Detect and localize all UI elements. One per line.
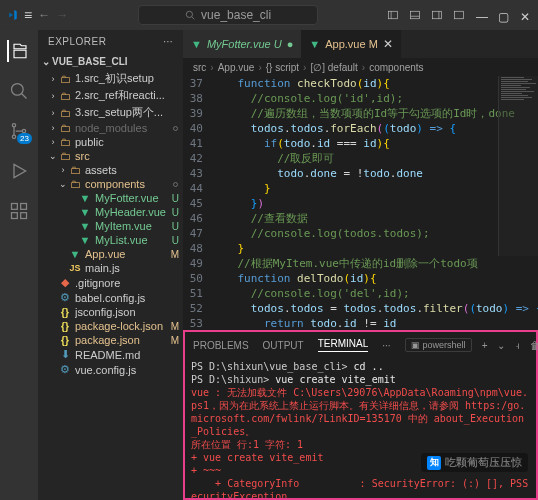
tree-item[interactable]: ›🗀3.src_setup两个...	[38, 104, 183, 121]
zhihu-icon: 知	[427, 456, 441, 470]
tree-item[interactable]: ▼App.vueM	[38, 247, 183, 261]
tree-item[interactable]: ⚙vue.config.js	[38, 362, 183, 377]
line-gutter: 37 38 39 40 41 42 43 44 45 46 47 48 49 5…	[183, 76, 211, 330]
activity-scm[interactable]: 23	[8, 120, 30, 142]
scm-badge: 23	[17, 133, 32, 144]
explorer-title: EXPLORER	[48, 36, 106, 47]
minimap[interactable]	[498, 76, 538, 256]
search-icon	[185, 10, 195, 20]
editor-area: ▼MyFotter.vue U●▼App.vue M✕ src › App.vu…	[183, 30, 538, 500]
tree-item[interactable]: ◆.gitignore	[38, 275, 183, 290]
svg-rect-18	[21, 213, 27, 219]
svg-point-0	[186, 11, 192, 17]
explorer-header: EXPLORER ···	[38, 30, 183, 53]
watermark-text: 吃颗葡萄压压惊	[445, 455, 522, 470]
layout-side-right-icon[interactable]	[432, 10, 442, 20]
editor-tab[interactable]: ▼MyFotter.vue U●	[183, 30, 301, 58]
panel-tab-output[interactable]: OUTPUT	[263, 340, 304, 351]
menu-icon[interactable]: ≡	[24, 7, 32, 23]
layout-panel-icon[interactable]	[410, 10, 420, 20]
tab-modified-icon: ●	[287, 38, 294, 50]
tree-item[interactable]: ▼MyItem.vueU	[38, 219, 183, 233]
tree-item[interactable]: ›🗀node_modules	[38, 121, 183, 135]
titlebar: ≡ ← → vue_base_cli — ▢ ✕	[0, 0, 538, 30]
activity-debug[interactable]	[8, 160, 30, 182]
tab-close-icon[interactable]: ✕	[383, 37, 393, 51]
svg-rect-4	[411, 11, 420, 19]
command-center[interactable]: vue_base_cli	[138, 5, 318, 25]
svg-line-10	[22, 94, 27, 99]
watermark: 知 吃颗葡萄压压惊	[421, 453, 528, 472]
tree-item[interactable]: JSmain.js	[38, 261, 183, 275]
svg-point-11	[12, 124, 15, 127]
terminal-split-dropdown-icon[interactable]: ⌄	[497, 340, 505, 351]
tree-item[interactable]: ⚙babel.config.js	[38, 290, 183, 305]
tree-item[interactable]: ⌄🗀src	[38, 149, 183, 163]
editor-tab[interactable]: ▼App.vue M✕	[301, 30, 400, 58]
terminal-kill-icon[interactable]: 🗑	[530, 340, 538, 351]
panel-more-icon[interactable]: ···	[382, 340, 390, 351]
project-header[interactable]: ⌄VUE_BASE_CLI	[38, 53, 183, 70]
svg-line-1	[192, 17, 195, 20]
code-content[interactable]: function checkTodo(id){ //console.log('i…	[211, 76, 538, 330]
terminal-new-icon[interactable]: +	[482, 340, 488, 351]
panel-tabs: PROBLEMS OUTPUT TERMINAL ··· ▣ powershel…	[185, 332, 536, 358]
svg-marker-14	[14, 164, 26, 177]
tree-item[interactable]: {}package-lock.jsonM	[38, 319, 183, 333]
svg-rect-2	[389, 11, 398, 19]
tree-item[interactable]: ⬇README.md	[38, 347, 183, 362]
tree-item[interactable]: ›🗀1.src_初识setup	[38, 70, 183, 87]
terminal-content[interactable]: PS D:\shixun\vue_base_cli> cd ..PS D:\sh…	[185, 358, 536, 498]
layout-sidebar-icon[interactable]	[388, 10, 398, 20]
code-editor[interactable]: 37 38 39 40 41 42 43 44 45 46 47 48 49 5…	[183, 76, 538, 330]
svg-rect-6	[433, 11, 442, 19]
window-close-icon[interactable]: ✕	[520, 10, 530, 20]
window-minimize-icon[interactable]: —	[476, 10, 486, 20]
svg-rect-15	[12, 204, 18, 210]
panel-tab-terminal[interactable]: TERMINAL	[318, 338, 369, 352]
tree-item[interactable]: ⌄🗀components	[38, 177, 183, 191]
terminal-split-icon[interactable]: ⫞	[515, 340, 520, 351]
window-maximize-icon[interactable]: ▢	[498, 10, 508, 20]
activity-bar: 23	[0, 30, 38, 500]
editor-tabs: ▼MyFotter.vue U●▼App.vue M✕	[183, 30, 538, 58]
activity-search[interactable]	[8, 80, 30, 102]
breadcrumb[interactable]: src › App.vue › {} script › [∅] default …	[183, 58, 538, 76]
tree-item[interactable]: ›🗀assets	[38, 163, 183, 177]
tree-item[interactable]: ▼MyHeader.vueU	[38, 205, 183, 219]
project-name: VUE_BASE_CLI	[52, 56, 128, 67]
panel-tab-problems[interactable]: PROBLEMS	[193, 340, 249, 351]
nav-fwd-icon[interactable]: →	[56, 8, 68, 22]
tree-item[interactable]: ▼MyList.vueU	[38, 233, 183, 247]
file-tree: ›🗀1.src_初识setup›🗀2.src_ref和reacti...›🗀3.…	[38, 70, 183, 500]
svg-point-12	[12, 135, 15, 138]
svg-rect-8	[455, 11, 464, 19]
explorer-more-icon[interactable]: ···	[163, 36, 173, 47]
search-text: vue_base_cli	[201, 8, 271, 22]
tree-item[interactable]: ›🗀public	[38, 135, 183, 149]
nav-back-icon[interactable]: ←	[38, 8, 50, 22]
explorer-sidebar: EXPLORER ··· ⌄VUE_BASE_CLI ›🗀1.src_初识set…	[38, 30, 183, 500]
terminal-shell-selector[interactable]: ▣ powershell	[405, 338, 472, 352]
svg-rect-17	[12, 213, 18, 219]
tree-item[interactable]: ›🗀2.src_ref和reacti...	[38, 87, 183, 104]
tree-item[interactable]: {}package.jsonM	[38, 333, 183, 347]
activity-extensions[interactable]	[8, 200, 30, 222]
activity-explorer[interactable]	[7, 40, 29, 62]
vscode-logo-icon	[8, 10, 18, 20]
svg-rect-16	[21, 204, 27, 210]
layout-customize-icon[interactable]	[454, 10, 464, 20]
svg-point-9	[12, 84, 24, 96]
tree-item[interactable]: {}jsconfig.json	[38, 305, 183, 319]
tree-item[interactable]: ▼MyFotter.vueU	[38, 191, 183, 205]
bottom-panel: PROBLEMS OUTPUT TERMINAL ··· ▣ powershel…	[183, 330, 538, 500]
